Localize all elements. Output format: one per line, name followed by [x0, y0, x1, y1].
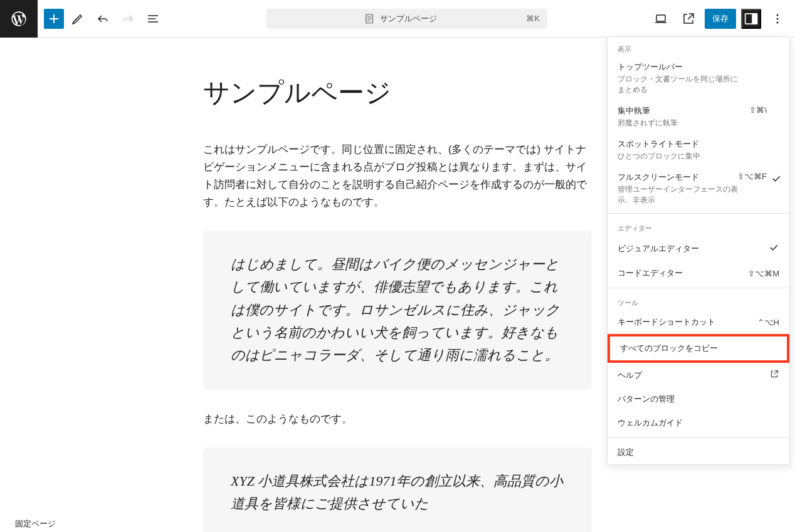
dropdown-separator	[608, 288, 789, 288]
menu-focus-mode[interactable]: 集中執筆 邪魔されずに執筆 ⇧⌘\	[608, 100, 789, 133]
options-menu-button[interactable]	[766, 8, 789, 30]
quote-block[interactable]: はじめまして。昼間はバイク便のメッセンジャーとして働いていますが、俳優志望でもあ…	[203, 231, 592, 389]
quote-block[interactable]: XYZ 小道具株式会社は1971年の創立以来、高品質の小道具を皆様にご提供させて…	[203, 447, 592, 532]
paragraph-block[interactable]: これはサンプルページです。同じ位置に固定され、(多くのテーマでは) サイトナビゲ…	[203, 140, 592, 211]
paragraph-block[interactable]: または、このようなものです。	[203, 410, 592, 427]
quote-text[interactable]: はじめまして。昼間はバイク便のメッセンジャーとして働いていますが、俳優志望でもあ…	[231, 253, 564, 367]
menu-copy-all-blocks[interactable]: すべてのブロックをコピー	[608, 334, 789, 363]
outline-button[interactable]	[142, 8, 164, 30]
redo-button[interactable]	[117, 8, 139, 30]
svg-rect-1	[656, 15, 665, 21]
more-vertical-icon	[770, 11, 785, 26]
undo-button[interactable]	[92, 8, 114, 30]
sidebar-icon	[742, 10, 760, 28]
view-button[interactable]	[650, 8, 672, 30]
quote-text[interactable]: XYZ 小道具株式会社は1971年の創立以来、高品質の小道具を皆様にご提供させて…	[231, 470, 564, 516]
svg-point-4	[777, 14, 779, 16]
dropdown-section-tools: ツール	[608, 291, 789, 310]
laptop-icon	[653, 11, 668, 26]
undo-icon	[95, 11, 110, 26]
page-content[interactable]: サンプルページ これはサンプルページです。同じ位置に固定され、(多くのテーマでは…	[203, 38, 592, 532]
tools-button[interactable]	[66, 8, 89, 30]
dropdown-section-editor: エディター	[608, 216, 789, 236]
svg-point-6	[777, 21, 779, 23]
toolbar-right: 保存	[650, 8, 795, 30]
document-command-bar[interactable]: サンプルページ ⌘K	[266, 9, 547, 29]
menu-keyboard-shortcuts[interactable]: キーボードショートカット ⌃⌥H	[608, 310, 789, 334]
dropdown-section-view: 表示	[608, 37, 789, 56]
check-icon	[771, 173, 782, 186]
dropdown-separator	[608, 213, 789, 214]
dropdown-separator	[608, 437, 789, 438]
breadcrumb-footer[interactable]: 固定ページ	[15, 518, 56, 529]
editor-topbar: サンプルページ ⌘K 保存	[0, 0, 795, 38]
page-title[interactable]: サンプルページ	[203, 75, 592, 110]
add-block-button[interactable]	[44, 9, 64, 29]
command-shortcut: ⌘K	[526, 14, 540, 23]
edit-icon	[70, 11, 85, 26]
menu-top-toolbar[interactable]: トップツールバー ブロック・文書ツールを同じ場所にまとめる	[608, 56, 789, 100]
plus-icon	[46, 11, 61, 26]
menu-manage-patterns[interactable]: パターンの管理	[608, 387, 789, 411]
external-link-icon	[769, 369, 779, 381]
external-link-icon	[681, 11, 696, 26]
menu-spotlight-mode[interactable]: スポットライトモード ひとつのブロックに集中	[608, 133, 789, 167]
settings-sidebar-button[interactable]	[741, 9, 761, 29]
menu-help[interactable]: ヘルプ	[608, 363, 789, 387]
check-icon	[768, 242, 779, 255]
wordpress-logo[interactable]	[0, 0, 38, 38]
toolbar-left	[38, 8, 164, 30]
menu-code-editor[interactable]: コードエディター ⇧⌥⌘M	[608, 261, 789, 285]
save-button[interactable]: 保存	[705, 9, 736, 29]
menu-visual-editor[interactable]: ビジュアルエディター	[608, 236, 789, 261]
command-center: サンプルページ ⌘K	[164, 9, 650, 29]
svg-rect-3	[752, 13, 757, 23]
wordpress-icon	[10, 10, 28, 28]
menu-preferences[interactable]: 設定	[608, 441, 789, 464]
svg-point-5	[777, 18, 779, 19]
preview-button[interactable]	[677, 8, 700, 30]
document-title: サンプルページ	[380, 13, 437, 24]
list-icon	[145, 11, 161, 26]
options-dropdown: 表示 トップツールバー ブロック・文書ツールを同じ場所にまとめる 集中執筆 邪魔…	[607, 36, 790, 465]
menu-welcome-guide[interactable]: ウェルカムガイド	[608, 411, 789, 435]
page-icon	[364, 13, 375, 24]
menu-fullscreen-mode[interactable]: フルスクリーンモード 管理ユーザーインターフェースの表示、非表示 ⇧⌥⌘F	[608, 167, 789, 211]
redo-icon	[120, 11, 135, 26]
